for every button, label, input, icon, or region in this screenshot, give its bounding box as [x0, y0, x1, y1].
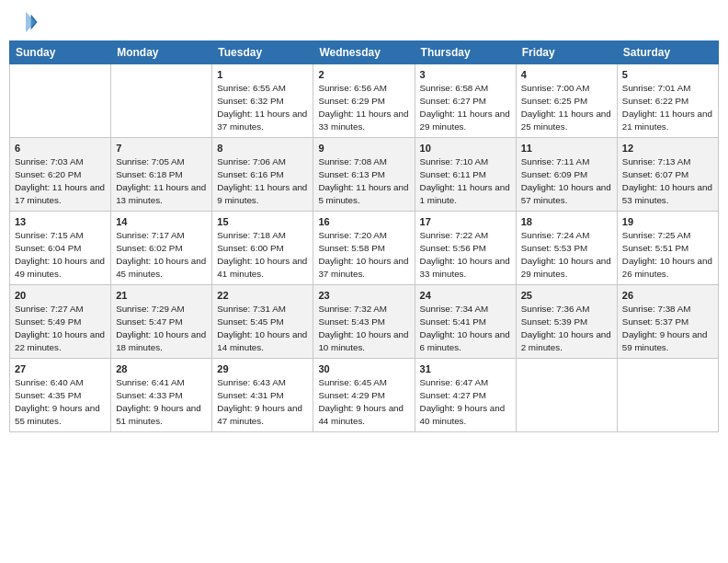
calendar-cell: 30Sunrise: 6:45 AM Sunset: 4:29 PM Dayli… [313, 359, 415, 432]
day-info: Sunrise: 7:36 AM Sunset: 5:39 PM Dayligh… [521, 303, 612, 353]
day-number: 4 [521, 68, 612, 82]
day-info: Sunrise: 7:31 AM Sunset: 5:45 PM Dayligh… [217, 303, 308, 353]
day-number: 10 [420, 142, 511, 155]
day-info: Sunrise: 7:27 AM Sunset: 5:49 PM Dayligh… [15, 303, 106, 353]
calendar-cell: 28Sunrise: 6:41 AM Sunset: 4:33 PM Dayli… [111, 359, 212, 432]
calendar-cell: 10Sunrise: 7:10 AM Sunset: 6:11 PM Dayli… [415, 138, 516, 212]
calendar-cell [111, 64, 212, 138]
day-info: Sunrise: 7:05 AM Sunset: 6:18 PM Dayligh… [116, 155, 207, 206]
day-info: Sunrise: 7:15 AM Sunset: 6:04 PM Dayligh… [15, 229, 106, 280]
day-info: Sunrise: 6:55 AM Sunset: 6:32 PM Dayligh… [217, 82, 308, 132]
calendar-cell: 16Sunrise: 7:20 AM Sunset: 5:58 PM Dayli… [313, 212, 415, 285]
day-info: Sunrise: 6:40 AM Sunset: 4:35 PM Dayligh… [15, 376, 106, 427]
calendar-cell: 12Sunrise: 7:13 AM Sunset: 6:07 PM Dayli… [617, 138, 718, 212]
weekday-header: Tuesday [212, 41, 313, 64]
day-info: Sunrise: 7:13 AM Sunset: 6:07 PM Dayligh… [622, 155, 713, 206]
day-info: Sunrise: 7:32 AM Sunset: 5:43 PM Dayligh… [318, 303, 409, 353]
calendar-cell: 27Sunrise: 6:40 AM Sunset: 4:35 PM Dayli… [10, 359, 111, 432]
logo [13, 9, 40, 35]
calendar-week-row: 13Sunrise: 7:15 AM Sunset: 6:04 PM Dayli… [10, 212, 719, 285]
day-info: Sunrise: 7:17 AM Sunset: 6:02 PM Dayligh… [116, 229, 207, 280]
calendar-cell: 2Sunrise: 6:56 AM Sunset: 6:29 PM Daylig… [313, 64, 415, 138]
weekday-header: Saturday [617, 41, 718, 64]
day-number: 14 [116, 215, 207, 229]
weekday-header: Friday [516, 41, 617, 64]
day-info: Sunrise: 7:08 AM Sunset: 6:13 PM Dayligh… [318, 155, 409, 206]
calendar-cell [10, 64, 111, 138]
day-number: 26 [622, 289, 713, 303]
day-number: 19 [622, 215, 713, 229]
day-info: Sunrise: 6:45 AM Sunset: 4:29 PM Dayligh… [318, 376, 409, 427]
calendar-cell: 11Sunrise: 7:11 AM Sunset: 6:09 PM Dayli… [516, 138, 617, 212]
calendar-week-row: 1Sunrise: 6:55 AM Sunset: 6:32 PM Daylig… [10, 64, 719, 138]
page-header [9, 9, 719, 35]
calendar-cell: 18Sunrise: 7:24 AM Sunset: 5:53 PM Dayli… [516, 212, 617, 285]
calendar-cell: 6Sunrise: 7:03 AM Sunset: 6:20 PM Daylig… [10, 138, 111, 212]
day-info: Sunrise: 7:01 AM Sunset: 6:22 PM Dayligh… [622, 82, 713, 132]
calendar-cell: 19Sunrise: 7:25 AM Sunset: 5:51 PM Dayli… [617, 212, 718, 285]
calendar-cell: 25Sunrise: 7:36 AM Sunset: 5:39 PM Dayli… [516, 285, 617, 359]
calendar-cell: 15Sunrise: 7:18 AM Sunset: 6:00 PM Dayli… [212, 212, 313, 285]
calendar-cell: 22Sunrise: 7:31 AM Sunset: 5:45 PM Dayli… [212, 285, 313, 359]
day-number: 9 [318, 142, 409, 155]
calendar-cell [516, 359, 617, 432]
calendar-week-row: 6Sunrise: 7:03 AM Sunset: 6:20 PM Daylig… [10, 138, 719, 212]
day-info: Sunrise: 7:24 AM Sunset: 5:53 PM Dayligh… [521, 229, 612, 280]
day-info: Sunrise: 6:47 AM Sunset: 4:27 PM Dayligh… [420, 376, 511, 427]
calendar-cell: 21Sunrise: 7:29 AM Sunset: 5:47 PM Dayli… [111, 285, 212, 359]
day-info: Sunrise: 6:58 AM Sunset: 6:27 PM Dayligh… [420, 82, 511, 132]
day-info: Sunrise: 7:20 AM Sunset: 5:58 PM Dayligh… [318, 229, 409, 280]
day-info: Sunrise: 7:38 AM Sunset: 5:37 PM Dayligh… [622, 303, 713, 353]
day-number: 18 [521, 215, 612, 229]
day-number: 12 [622, 142, 713, 155]
calendar-cell: 9Sunrise: 7:08 AM Sunset: 6:13 PM Daylig… [313, 138, 415, 212]
day-number: 2 [318, 68, 409, 82]
calendar-cell: 1Sunrise: 6:55 AM Sunset: 6:32 PM Daylig… [212, 64, 313, 138]
weekday-row: SundayMondayTuesdayWednesdayThursdayFrid… [10, 41, 719, 64]
calendar-cell: 23Sunrise: 7:32 AM Sunset: 5:43 PM Dayli… [313, 285, 415, 359]
day-number: 20 [15, 289, 106, 303]
weekday-header: Wednesday [313, 41, 415, 64]
day-info: Sunrise: 7:34 AM Sunset: 5:41 PM Dayligh… [420, 303, 511, 353]
calendar-cell: 26Sunrise: 7:38 AM Sunset: 5:37 PM Dayli… [617, 285, 718, 359]
day-number: 24 [420, 289, 511, 303]
day-number: 16 [318, 215, 409, 229]
day-info: Sunrise: 7:25 AM Sunset: 5:51 PM Dayligh… [622, 229, 713, 280]
day-info: Sunrise: 7:00 AM Sunset: 6:25 PM Dayligh… [521, 82, 612, 132]
day-number: 8 [217, 142, 308, 155]
day-number: 28 [116, 362, 207, 376]
day-number: 3 [420, 68, 511, 82]
calendar-table: SundayMondayTuesdayWednesdayThursdayFrid… [9, 40, 719, 432]
day-number: 27 [15, 362, 106, 376]
day-info: Sunrise: 6:41 AM Sunset: 4:33 PM Dayligh… [116, 376, 207, 427]
calendar-cell: 14Sunrise: 7:17 AM Sunset: 6:02 PM Dayli… [111, 212, 212, 285]
day-info: Sunrise: 7:03 AM Sunset: 6:20 PM Dayligh… [15, 155, 106, 206]
calendar-cell: 31Sunrise: 6:47 AM Sunset: 4:27 PM Dayli… [415, 359, 516, 432]
calendar-body: 1Sunrise: 6:55 AM Sunset: 6:32 PM Daylig… [10, 64, 719, 432]
day-number: 23 [318, 289, 409, 303]
day-number: 7 [116, 142, 207, 155]
calendar-cell: 13Sunrise: 7:15 AM Sunset: 6:04 PM Dayli… [10, 212, 111, 285]
svg-marker-1 [26, 12, 36, 32]
weekday-header: Sunday [10, 41, 111, 64]
logo-icon [13, 9, 39, 35]
weekday-header: Thursday [415, 41, 516, 64]
day-number: 5 [622, 68, 713, 82]
day-number: 15 [217, 215, 308, 229]
calendar-cell: 20Sunrise: 7:27 AM Sunset: 5:49 PM Dayli… [10, 285, 111, 359]
calendar-cell [617, 359, 718, 432]
day-number: 31 [420, 362, 511, 376]
calendar-cell: 7Sunrise: 7:05 AM Sunset: 6:18 PM Daylig… [111, 138, 212, 212]
calendar-cell: 8Sunrise: 7:06 AM Sunset: 6:16 PM Daylig… [212, 138, 313, 212]
calendar-cell: 5Sunrise: 7:01 AM Sunset: 6:22 PM Daylig… [617, 64, 718, 138]
calendar-cell: 4Sunrise: 7:00 AM Sunset: 6:25 PM Daylig… [516, 64, 617, 138]
calendar-cell: 3Sunrise: 6:58 AM Sunset: 6:27 PM Daylig… [415, 64, 516, 138]
day-number: 6 [15, 142, 106, 155]
day-info: Sunrise: 7:10 AM Sunset: 6:11 PM Dayligh… [420, 155, 511, 206]
day-number: 1 [217, 68, 308, 82]
day-info: Sunrise: 7:22 AM Sunset: 5:56 PM Dayligh… [420, 229, 511, 280]
day-number: 30 [318, 362, 409, 376]
day-info: Sunrise: 7:18 AM Sunset: 6:00 PM Dayligh… [217, 229, 308, 280]
day-number: 13 [15, 215, 106, 229]
day-info: Sunrise: 7:11 AM Sunset: 6:09 PM Dayligh… [521, 155, 612, 206]
